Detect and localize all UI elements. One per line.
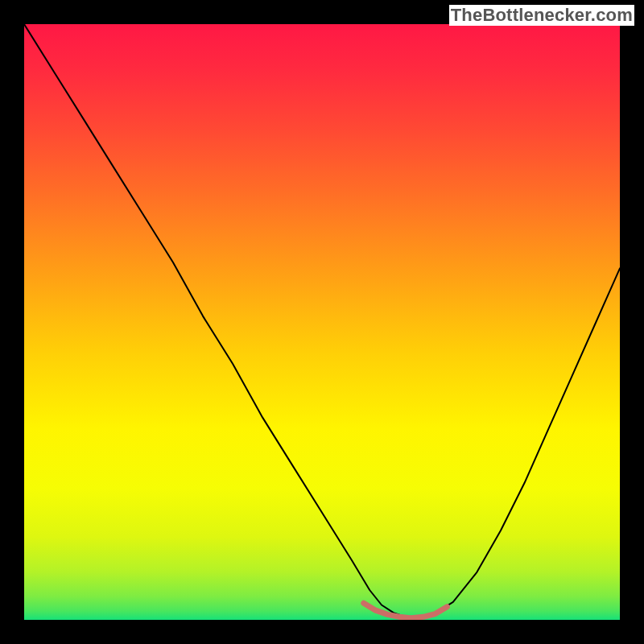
plot-area (24, 24, 620, 620)
chart-container: TheBottlenecker.com (0, 0, 644, 644)
chart-background (24, 24, 620, 620)
watermark-label: TheBottlenecker.com (449, 5, 634, 26)
chart-svg (24, 24, 620, 620)
